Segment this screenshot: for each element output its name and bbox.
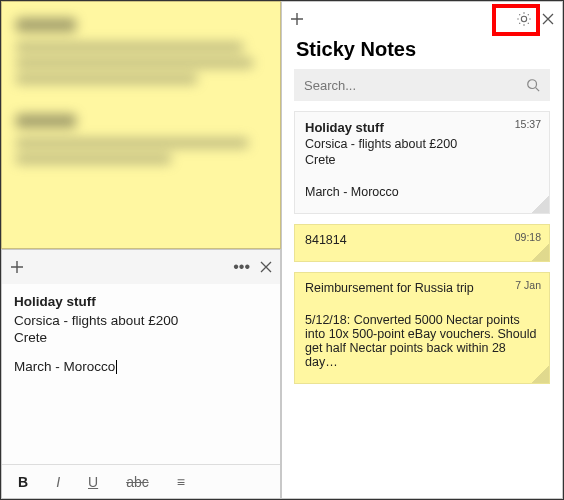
left-column: ••• Holiday stuff Corsica - flights abou… (1, 1, 281, 499)
note-card-line: March - Morocco (305, 185, 539, 199)
blurred-content (12, 18, 270, 164)
folded-corner-icon (531, 243, 549, 261)
note-line: March - Morocco (14, 359, 268, 374)
note-card-line: 5/12/18: Converted 5000 Nectar points in… (305, 313, 539, 369)
list-button[interactable]: ≡ (177, 474, 185, 490)
close-icon[interactable] (260, 261, 272, 273)
note-card-line: Reimbursement for Russia trip (305, 281, 539, 295)
note-card-title: Holiday stuff (305, 120, 539, 135)
note-line: Crete (14, 330, 268, 345)
notes-list-window: Sticky Notes Search... 15:37Holiday stuf… (281, 1, 563, 499)
app-title: Sticky Notes (282, 36, 562, 69)
note-card-line: Corsica - flights about £200 (305, 137, 539, 151)
italic-button[interactable]: I (56, 474, 60, 490)
note-timestamp: 7 Jan (515, 279, 541, 291)
strike-button[interactable]: abc (126, 474, 149, 490)
folded-corner-icon (531, 195, 549, 213)
bold-button[interactable]: B (18, 474, 28, 490)
open-sticky-note: ••• Holiday stuff Corsica - flights abou… (1, 249, 281, 499)
more-icon[interactable]: ••• (233, 259, 250, 275)
add-note-icon[interactable] (10, 260, 24, 274)
add-note-icon[interactable] (290, 12, 304, 26)
underline-button[interactable]: U (88, 474, 98, 490)
text-cursor (116, 360, 117, 374)
background-sticky-note (1, 1, 281, 249)
close-icon[interactable] (542, 13, 554, 25)
note-timestamp: 09:18 (515, 231, 541, 243)
notes-list: 15:37Holiday stuffCorsica - flights abou… (282, 111, 562, 498)
search-placeholder: Search... (304, 78, 356, 93)
settings-gear-icon[interactable] (516, 11, 532, 27)
note-card[interactable]: 09:18841814 (294, 224, 550, 262)
note-card-line: Crete (305, 153, 539, 167)
note-titlebar: ••• (2, 250, 280, 284)
note-card-line (305, 297, 539, 311)
folded-corner-icon (531, 365, 549, 383)
note-card[interactable]: 7 JanReimbursement for Russia trip 5/12/… (294, 272, 550, 384)
note-timestamp: 15:37 (515, 118, 541, 130)
format-toolbar: B I U abc ≡ (2, 464, 280, 498)
svg-point-0 (528, 80, 537, 89)
note-card[interactable]: 15:37Holiday stuffCorsica - flights abou… (294, 111, 550, 214)
search-input[interactable]: Search... (294, 69, 550, 101)
note-body[interactable]: Holiday stuff Corsica - flights about £2… (2, 284, 280, 464)
note-card-line (305, 169, 539, 183)
note-line: Corsica - flights about £200 (14, 313, 268, 328)
note-card-line: 841814 (305, 233, 539, 247)
search-icon (526, 78, 540, 92)
list-topbar (282, 2, 562, 36)
note-title: Holiday stuff (14, 294, 268, 309)
